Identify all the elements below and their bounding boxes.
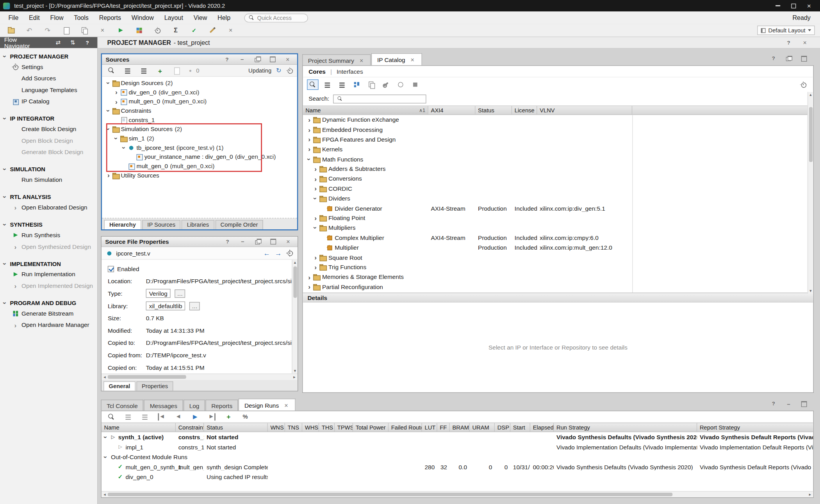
more-button[interactable]: … xyxy=(175,289,185,298)
sources-tree-row-your-instance-name-div-gen-0[interactable]: your_instance_name : div_gen_0(div_gen_0… xyxy=(102,152,297,161)
float-button[interactable] xyxy=(252,236,264,247)
enabled-checkbox[interactable] xyxy=(108,266,114,272)
tab-reports[interactable]: Reports xyxy=(205,400,238,411)
chevron-icon[interactable]: › xyxy=(105,172,112,179)
scroll-right-icon[interactable]: ▸ xyxy=(807,492,813,497)
sources-tree-row-tb-ipcore-test[interactable]: ›tb_ipcore_test(ipcore_test.v) (1) xyxy=(102,143,297,153)
new-file-button[interactable] xyxy=(171,65,182,76)
menu-reports[interactable]: Reports xyxy=(94,14,126,21)
maximize-button[interactable] xyxy=(267,54,278,65)
flownav-section-header-rtl-analysis[interactable]: ›RTL ANALYSIS xyxy=(0,192,97,202)
sources-tree-row-utility-sources[interactable]: ›Utility Sources xyxy=(102,171,297,180)
sum-button[interactable]: Σ xyxy=(170,25,181,35)
close-icon[interactable]: × xyxy=(282,401,290,409)
swap-button[interactable]: ⇅ xyxy=(67,37,78,48)
ip-catalog-row-partial-reconfiguration[interactable]: ›Partial Reconfiguration xyxy=(303,282,813,292)
validate-button[interactable]: ✓ xyxy=(188,25,200,35)
sources-tab-ip-sources[interactable]: IP Sources xyxy=(142,220,181,229)
column-header-wns[interactable]: WNS xyxy=(268,423,285,431)
layout-selector[interactable]: Default Layout xyxy=(757,26,815,35)
chevron-icon[interactable]: › xyxy=(306,156,313,162)
refresh-icon[interactable]: ↻ xyxy=(275,67,282,74)
menu-window[interactable]: Window xyxy=(126,14,159,21)
properties-tab-general[interactable]: General xyxy=(103,382,135,391)
sources-tab-libraries[interactable]: Libraries xyxy=(182,220,214,229)
sources-tree-row-design-sources[interactable]: ›Design Sources(2) xyxy=(102,78,297,88)
maximize-button[interactable] xyxy=(267,236,278,247)
window-maximize-button[interactable] xyxy=(786,0,801,11)
step-prev-button[interactable]: ◀ xyxy=(173,412,184,422)
chevron-icon[interactable]: › xyxy=(312,263,319,271)
maximize-button[interactable] xyxy=(798,53,809,64)
tab-log[interactable]: Log xyxy=(184,400,205,411)
sources-tree-row-simulation-sources[interactable]: ›Simulation Sources(2) xyxy=(102,124,297,134)
circle-button[interactable] xyxy=(395,80,406,90)
ip-catalog-row-multiplier[interactable]: MultiplierProductionIncludedxilinx.com:i… xyxy=(303,243,813,252)
percent-button[interactable]: % xyxy=(239,412,251,422)
design-runs-row-synth-1-active[interactable]: ›▷synth_1 (active)constrs_1Not startedVi… xyxy=(102,432,813,442)
ip-catalog-row-floating-point[interactable]: ›Floating Point xyxy=(303,213,813,223)
chevron-icon[interactable]: › xyxy=(312,185,319,192)
chevron-icon[interactable]: › xyxy=(312,215,319,222)
help-button[interactable]: ? xyxy=(222,236,233,247)
flownav-section-header-synthesis[interactable]: ›SYNTHESIS xyxy=(0,220,97,229)
properties-vertical-scrollbar[interactable]: ▴ ▾ xyxy=(292,260,298,374)
scrollbar-thumb[interactable] xyxy=(293,266,297,298)
column-header-tpws[interactable]: TPWS xyxy=(335,423,353,431)
gear-icon[interactable] xyxy=(286,67,294,74)
flownav-item-settings[interactable]: Settings xyxy=(0,61,97,73)
column-header-report-strategy[interactable]: Report Strategy xyxy=(697,423,814,431)
chevron-icon[interactable]: › xyxy=(113,135,120,142)
column-header-axi4[interactable]: AXI4 xyxy=(428,106,476,114)
maximize-button[interactable] xyxy=(798,399,809,409)
column-header-whs[interactable]: WHS xyxy=(302,423,319,431)
sources-tab-hierarchy[interactable]: Hierarchy xyxy=(104,220,141,229)
flownav-item-create-block-design[interactable]: Create Block Design xyxy=(0,123,97,135)
flownav-section-header-ip-integrator[interactable]: ›IP INTEGRATOR xyxy=(0,114,97,123)
edit-button[interactable] xyxy=(207,25,218,35)
copy-button[interactable] xyxy=(365,80,377,90)
flownav-section-header-program-and-debug[interactable]: ›PROGRAM AND DEBUG xyxy=(0,298,97,308)
subtab-cores[interactable]: Cores xyxy=(308,68,326,75)
ip-search-input[interactable] xyxy=(333,94,426,103)
column-header-status[interactable]: Status xyxy=(475,106,512,114)
tab-design-runs[interactable]: Design Runs× xyxy=(239,399,296,411)
window-minimize-button[interactable] xyxy=(770,0,785,11)
scroll-up-icon[interactable]: ▴ xyxy=(292,260,298,266)
close-button[interactable]: × xyxy=(282,54,293,65)
chevron-icon[interactable]: › xyxy=(312,175,319,183)
more-button[interactable]: … xyxy=(189,302,200,310)
scroll-left-icon[interactable]: ◂ xyxy=(102,492,108,497)
ip-catalog-row-complex-multiplier[interactable]: Complex MultiplierAXI4-StreamProductionI… xyxy=(303,233,813,243)
chevron-icon[interactable]: › xyxy=(102,434,110,440)
close-button[interactable]: × xyxy=(282,236,294,247)
design-runs-row-mult-gen-0-synth-1[interactable]: ✓mult_gen_0_synth_1mult_gen_0synth_desig… xyxy=(102,462,813,472)
flownav-item-ip-catalog[interactable]: IP Catalog xyxy=(0,96,97,107)
chevron-icon[interactable]: › xyxy=(312,225,319,231)
search-button[interactable] xyxy=(106,65,117,76)
chevron-icon[interactable]: › xyxy=(306,283,312,291)
chevron-icon[interactable]: › xyxy=(306,273,312,281)
ip-catalog-row-dynamic-function-exchange[interactable]: ›Dynamic Function eXchange xyxy=(303,115,813,125)
column-header-name[interactable]: Name xyxy=(102,423,176,431)
scroll-down-icon[interactable]: ▾ xyxy=(292,368,298,374)
settings-button[interactable] xyxy=(152,25,163,35)
menu-tools[interactable]: Tools xyxy=(69,14,94,21)
redo-button[interactable]: ↷ xyxy=(42,25,53,35)
chevron-icon[interactable]: › xyxy=(105,108,112,114)
quick-access-search[interactable]: Quick Access xyxy=(244,13,308,22)
add-button[interactable]: + xyxy=(223,412,234,422)
chevron-icon[interactable]: › xyxy=(306,136,312,143)
collapse-all-button[interactable] xyxy=(122,65,133,76)
chevron-icon[interactable]: › xyxy=(312,165,319,173)
sources-tree-row-mult-gen-0[interactable]: mult_gen_0(mult_gen_0.xci) xyxy=(102,161,297,171)
chevron-icon[interactable]: › xyxy=(113,89,119,96)
flownav-item-language-templates[interactable]: Language Templates xyxy=(0,84,97,96)
close-icon[interactable]: × xyxy=(358,57,365,64)
property-value-input[interactable]: xil_defaultlib xyxy=(146,302,185,311)
column-header-failed-routes[interactable]: Failed Routes xyxy=(389,423,422,431)
column-header-constraints[interactable]: Constraints xyxy=(176,423,204,431)
scrollbar-thumb[interactable] xyxy=(108,493,672,496)
settings-button[interactable] xyxy=(797,80,809,90)
column-header-vlnv[interactable]: VLNV xyxy=(537,106,632,114)
